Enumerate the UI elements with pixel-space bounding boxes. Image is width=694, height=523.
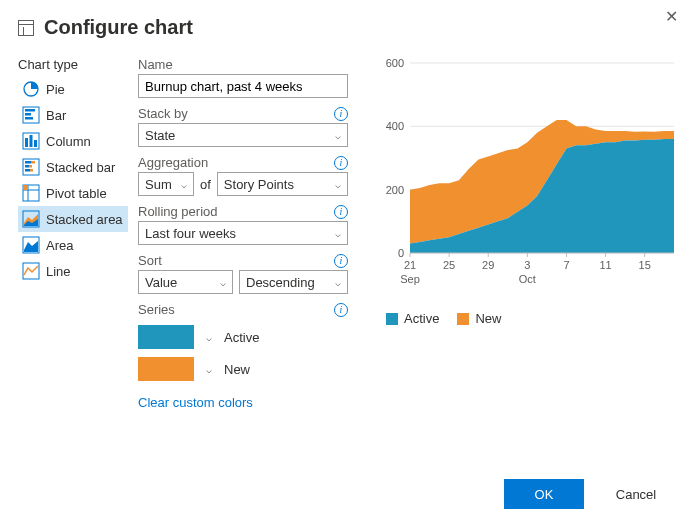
of-label: of <box>200 177 211 192</box>
clear-colors-link[interactable]: Clear custom colors <box>138 395 253 410</box>
chart-type-column[interactable]: Column <box>18 128 128 154</box>
chart-type-stacked-area[interactable]: Stacked area <box>18 206 128 232</box>
sort-dir-select[interactable]: Descending⌵ <box>239 270 348 294</box>
chart-type-label: Chart type <box>18 57 128 72</box>
svg-text:25: 25 <box>443 259 455 271</box>
svg-rect-12 <box>25 165 29 168</box>
chevron-down-icon: ⌵ <box>335 277 341 288</box>
series-label: Series i <box>138 302 348 317</box>
series-color-active[interactable] <box>138 325 194 349</box>
svg-text:29: 29 <box>482 259 494 271</box>
svg-text:21: 21 <box>404 259 416 271</box>
pivot-table-icon <box>22 184 40 202</box>
stackby-label: Stack by i <box>138 106 348 121</box>
chart-svg: 0200400600212529371115SepOct <box>378 57 678 287</box>
series-name: New <box>224 362 250 377</box>
chart-type-sidebar: Chart type Pie Bar Column Stacked bar <box>18 57 128 410</box>
svg-rect-14 <box>25 169 30 172</box>
dialog-header: Configure chart <box>0 0 694 49</box>
chart-type-line[interactable]: Line <box>18 258 128 284</box>
chart-type-label-text: Pivot table <box>46 186 107 201</box>
svg-text:15: 15 <box>639 259 651 271</box>
info-icon[interactable]: i <box>334 205 348 219</box>
svg-rect-13 <box>29 165 32 168</box>
pie-icon <box>22 80 40 98</box>
column-icon <box>22 132 40 150</box>
info-icon[interactable]: i <box>334 156 348 170</box>
chevron-down-icon: ⌵ <box>220 277 226 288</box>
stacked-area-icon <box>22 210 40 228</box>
chart-type-pie[interactable]: Pie <box>18 76 128 102</box>
series-color-new[interactable] <box>138 357 194 381</box>
stackby-select[interactable]: State⌵ <box>138 123 348 147</box>
info-icon[interactable]: i <box>334 303 348 317</box>
aggregation-func-select[interactable]: Sum⌵ <box>138 172 194 196</box>
svg-text:Sep: Sep <box>400 273 420 285</box>
chevron-down-icon: ⌵ <box>335 179 341 190</box>
svg-text:400: 400 <box>386 120 404 132</box>
chart-preview: 0200400600212529371115SepOct Active New <box>358 57 678 410</box>
name-label: Name <box>138 57 348 72</box>
svg-text:7: 7 <box>563 259 569 271</box>
chart-type-label-text: Line <box>46 264 71 279</box>
svg-rect-4 <box>25 117 33 120</box>
close-button[interactable]: ✕ <box>659 6 684 27</box>
info-icon[interactable]: i <box>334 107 348 121</box>
rolling-select[interactable]: Last four weeks⌵ <box>138 221 348 245</box>
svg-rect-2 <box>25 109 35 112</box>
info-icon[interactable]: i <box>334 254 348 268</box>
svg-rect-7 <box>30 135 33 147</box>
chart-type-label-text: Area <box>46 238 73 253</box>
dialog-footer: OK Cancel <box>504 479 676 509</box>
sort-field-select[interactable]: Value⌵ <box>138 270 233 294</box>
chevron-down-icon: ⌵ <box>335 228 341 239</box>
chart-type-stacked-bar[interactable]: Stacked bar <box>18 154 128 180</box>
chart-type-label-text: Bar <box>46 108 66 123</box>
aggregation-label: Aggregation i <box>138 155 348 170</box>
series-row-new: ⌵ New <box>138 357 348 381</box>
chart-type-area[interactable]: Area <box>18 232 128 258</box>
chart-type-bar[interactable]: Bar <box>18 102 128 128</box>
bar-icon <box>22 106 40 124</box>
dialog-title: Configure chart <box>44 16 193 39</box>
svg-rect-19 <box>23 185 28 190</box>
chevron-down-icon[interactable]: ⌵ <box>206 364 212 375</box>
svg-text:Oct: Oct <box>519 273 536 285</box>
aggregation-field-select[interactable]: Story Points⌵ <box>217 172 348 196</box>
svg-rect-15 <box>30 169 33 172</box>
svg-rect-8 <box>34 140 37 147</box>
svg-rect-3 <box>25 113 31 116</box>
chart-type-pivot-table[interactable]: Pivot table <box>18 180 128 206</box>
chevron-down-icon[interactable]: ⌵ <box>206 332 212 343</box>
svg-rect-10 <box>25 161 31 164</box>
name-input[interactable] <box>138 74 348 98</box>
cancel-button[interactable]: Cancel <box>596 479 676 509</box>
chart-icon <box>18 20 34 36</box>
rolling-label: Rolling period i <box>138 204 348 219</box>
stacked-bar-icon <box>22 158 40 176</box>
legend-swatch <box>386 313 398 325</box>
chart-legend: Active New <box>386 311 678 326</box>
svg-text:600: 600 <box>386 57 404 69</box>
chevron-down-icon: ⌵ <box>335 130 341 141</box>
legend-item-active: Active <box>386 311 439 326</box>
legend-swatch <box>457 313 469 325</box>
config-form: Name Stack by i State⌵ Aggregation i Sum… <box>138 57 348 410</box>
series-row-active: ⌵ Active <box>138 325 348 349</box>
svg-text:0: 0 <box>398 247 404 259</box>
svg-rect-11 <box>31 161 35 164</box>
chart-type-label-text: Pie <box>46 82 65 97</box>
sort-label: Sort i <box>138 253 348 268</box>
svg-text:200: 200 <box>386 184 404 196</box>
svg-text:11: 11 <box>599 259 611 271</box>
area-icon <box>22 236 40 254</box>
ok-button[interactable]: OK <box>504 479 584 509</box>
chevron-down-icon: ⌵ <box>181 179 187 190</box>
series-name: Active <box>224 330 259 345</box>
svg-text:3: 3 <box>524 259 530 271</box>
chart-type-label-text: Column <box>46 134 91 149</box>
chart-type-label-text: Stacked area <box>46 212 123 227</box>
chart-type-label-text: Stacked bar <box>46 160 115 175</box>
svg-rect-6 <box>25 138 28 147</box>
legend-item-new: New <box>457 311 501 326</box>
